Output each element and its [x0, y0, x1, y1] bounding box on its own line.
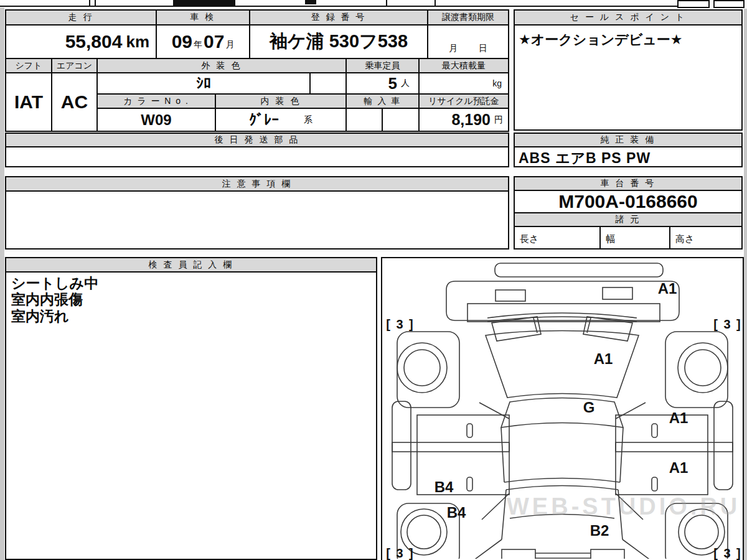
inspection-year: 09 — [172, 31, 192, 52]
inspector-line: シートしみ中 — [11, 275, 371, 291]
notes-content — [5, 190, 509, 250]
exterior-color-value: ｼﾛ — [96, 72, 311, 95]
recycle-amount: 8,190 — [451, 111, 491, 129]
inspector-line: 室内内張傷 — [11, 291, 371, 307]
later-parts-header-label: 後 日 発 送 部 品 — [215, 134, 299, 146]
mileage-unit: km — [126, 32, 149, 52]
mileage-number: 55,804 — [65, 31, 123, 52]
spec-width-cell: 幅 — [599, 226, 670, 250]
scan-edge-right — [744, 9, 747, 560]
chassis-number: M700A-0168660 — [558, 191, 698, 212]
capacity-unit: 人 — [401, 78, 410, 89]
exterior-color-header: 外 装 色 — [96, 58, 347, 73]
later-parts-header: 後 日 発 送 部 品 — [5, 133, 509, 147]
interior-color-value: ｸﾞﾚｰ 系 — [215, 108, 347, 132]
inspection-value: 09 年 07 月 — [156, 24, 250, 59]
shift-value: IAT — [5, 72, 52, 132]
inspection-header: 車 検 — [156, 9, 250, 26]
transfer-value: 月 日 — [427, 24, 509, 59]
shift-header: シフト — [5, 58, 52, 73]
later-parts-content — [5, 146, 509, 167]
specs-header: 諸 元 — [514, 212, 743, 227]
capacity-header-label: 乗車定員 — [365, 60, 400, 72]
diagram-label: [ 3 ] — [386, 317, 415, 332]
shift-code: IAT — [14, 91, 43, 113]
recycle-header: リサイクル預託金 — [418, 93, 509, 109]
interior-color-header: 内 装 色 — [215, 93, 347, 109]
capacity-header: 乗車定員 — [345, 58, 420, 73]
spec-width-label: 幅 — [606, 233, 615, 245]
spec-length-label: 長さ — [520, 233, 538, 245]
registration-value: 袖ケ浦 530フ538 — [249, 24, 428, 59]
diagram-label: [ 3 ] — [713, 546, 742, 560]
chassis-header: 車 台 番 号 — [514, 176, 743, 191]
sales-point-content: ★オークションデビュー★ — [514, 24, 743, 131]
interior-color-header-label: 内 装 色 — [261, 96, 301, 107]
transfer-header-label: 譲渡書類期限 — [442, 12, 494, 23]
capacity-value: 5 人 — [345, 72, 420, 95]
scan-edge-left — [0, 7, 4, 560]
equipment-header-label: 純 正 装 備 — [601, 134, 656, 146]
inspector-header-label: 検 査 員 記 入 欄 — [149, 259, 233, 271]
registration-number: 袖ケ浦 530フ538 — [270, 29, 408, 54]
colorno-code: W09 — [141, 111, 171, 129]
mileage-value: 55,804 km — [5, 24, 157, 59]
exterior-color-header-label: 外 装 色 — [202, 60, 242, 72]
maxload-header: 最大積載量 — [418, 58, 509, 73]
colorno-header-label: カ ラ ー N o . — [123, 96, 189, 107]
recycle-header-label: リサイクル預託金 — [428, 96, 499, 107]
diagram-label: A1 — [658, 280, 677, 297]
equipment-text: ABS エアB PS PW — [515, 147, 741, 167]
diagram-label: B4 — [447, 504, 466, 521]
inspector-line: 室内汚れ — [11, 308, 371, 324]
inspector-header: 検 査 員 記 入 欄 — [5, 257, 377, 273]
specs-header-label: 諸 元 — [616, 214, 641, 225]
diagram-label: A1 — [669, 459, 688, 477]
maxload-value: kg — [418, 72, 509, 95]
equipment-content: ABS エアB PS PW — [514, 146, 743, 167]
diagram-label: B2 — [590, 522, 609, 539]
sales-point-text: ★オークションデビュー★ — [515, 26, 741, 54]
inspection-month-char: 月 — [225, 39, 234, 50]
aircon-header-label: エアコン — [57, 60, 92, 72]
interior-color-text: ｸﾞﾚｰ — [249, 111, 279, 129]
import-header: 輸 入 車 — [345, 93, 420, 109]
spec-height-cell: 高さ — [669, 226, 743, 250]
mileage-header: 走 行 — [5, 9, 157, 26]
diagram-watermark: WEB-STUDIO.RU — [507, 493, 740, 520]
notes-header: 注 意 事 項 欄 — [5, 176, 509, 192]
transfer-month-char: 月 — [449, 43, 458, 54]
maxload-unit: kg — [492, 78, 502, 88]
diagram-label: G — [583, 399, 595, 416]
import-header-label: 輸 入 車 — [364, 96, 402, 107]
aircon-code: AC — [61, 91, 88, 113]
import-value-cell-1 — [345, 108, 383, 132]
registration-header: 登 録 番 号 — [249, 9, 428, 26]
shift-header-label: シフト — [16, 60, 42, 72]
diagram-label: B4 — [435, 478, 454, 496]
colorno-value: W09 — [96, 108, 216, 132]
diagram-label: [ 3 ] — [386, 546, 415, 560]
equipment-header: 純 正 装 備 — [514, 133, 743, 147]
transfer-day-char: 日 — [479, 43, 487, 54]
inspection-year-char: 年 — [194, 39, 202, 50]
exterior-color-text: ｼﾛ — [196, 75, 211, 92]
spec-length-cell: 長さ — [514, 226, 601, 250]
chassis-value: M700A-0168660 — [514, 190, 743, 213]
exterior-color-extra-cell — [309, 72, 347, 95]
sales-point-header: セ ー ル ス ポ イ ン ト — [514, 9, 743, 26]
recycle-unit: 円 — [494, 114, 503, 126]
recycle-value: 8,190 円 — [418, 108, 509, 132]
car-diagram-box: A1[ 3 ][ 3 ]A1GA1A1B4B4B2[ 3 ][ 3 ] WEB-… — [381, 257, 744, 560]
maxload-header-label: 最大積載量 — [442, 60, 486, 72]
transfer-header: 譲渡書類期限 — [427, 9, 509, 26]
auction-sheet: 走 行 車 検 登 録 番 号 譲渡書類期限 55,804 km 09 年 07… — [0, 0, 747, 560]
notes-header-label: 注 意 事 項 欄 — [222, 179, 293, 190]
diagram-label: A1 — [594, 350, 613, 368]
aircon-header: エアコン — [51, 58, 98, 73]
aircon-value: AC — [51, 72, 98, 132]
spec-height-label: 高さ — [675, 233, 694, 245]
chassis-header-label: 車 台 番 号 — [601, 178, 656, 189]
diagram-label: A1 — [669, 409, 688, 427]
interior-color-suffix: 系 — [304, 114, 312, 126]
